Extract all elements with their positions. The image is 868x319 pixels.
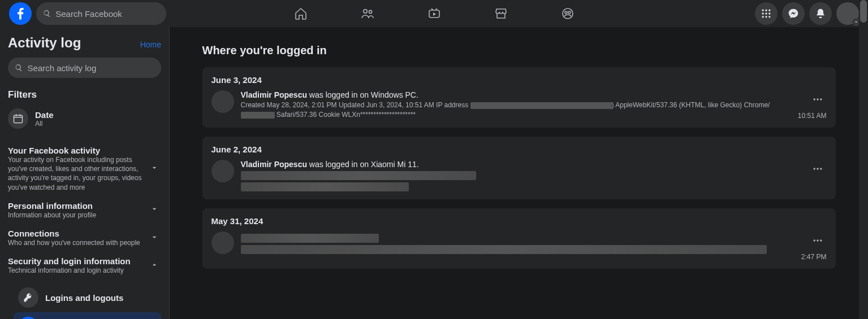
svg-point-4	[565, 11, 567, 14]
friends-icon	[361, 7, 374, 20]
svg-point-1	[369, 10, 372, 13]
filter-connections[interactable]: Connections Who and how you've connected…	[8, 224, 161, 252]
chevron-up-icon	[150, 260, 159, 272]
page-title: Where you're logged in	[202, 44, 836, 57]
login-session-card: June 3, 2024 Vladimir Popescu was logged…	[202, 67, 836, 128]
facebook-f-icon	[12, 6, 28, 21]
calendar-icon	[8, 108, 28, 129]
key-icon	[18, 287, 38, 308]
activity-log-search[interactable]	[8, 58, 161, 78]
svg-point-11	[768, 12, 770, 14]
session-details: Created May 28, 2024, 2:01 PM Updated Ju…	[241, 100, 791, 120]
sidebar-title: Activity log	[8, 35, 81, 51]
menu-grid-button[interactable]	[755, 2, 778, 25]
svg-rect-15	[14, 115, 23, 123]
svg-point-22	[817, 168, 818, 169]
svg-point-0	[363, 10, 366, 13]
chevron-down-icon	[150, 163, 159, 174]
sidebar-item-where-logged-in[interactable]: Where you're logged in	[14, 312, 161, 319]
global-search-input[interactable]	[55, 9, 159, 19]
svg-point-6	[762, 10, 764, 11]
login-session-card: June 2, 2024 Vladimir Popescu was logged…	[202, 137, 836, 199]
filter-your-activity[interactable]: Your Facebook activity Your activity on …	[8, 141, 161, 196]
home-icon	[294, 7, 308, 20]
svg-point-10	[765, 12, 767, 14]
login-session-card: May 31, 2024 2:47 PM	[202, 208, 836, 269]
session-description: Vladimir Popescu was logged in on Xiaomi…	[241, 160, 802, 169]
filter-security-login[interactable]: Security and login information Technical…	[8, 252, 161, 279]
svg-point-26	[820, 239, 822, 241]
main-content: Where you're logged in June 3, 2024 Vlad…	[170, 27, 868, 319]
search-icon	[43, 9, 51, 18]
avatar	[211, 160, 234, 182]
tab-video[interactable]	[403, 0, 465, 27]
session-date: June 2, 2024	[211, 145, 827, 154]
svg-point-8	[768, 10, 770, 11]
messenger-icon	[788, 8, 799, 19]
session-date: May 31, 2024	[211, 216, 827, 226]
session-description: Vladimir Popescu was logged in on Window…	[241, 90, 791, 99]
avatar	[211, 231, 234, 254]
search-icon	[15, 63, 23, 72]
svg-point-5	[568, 11, 571, 14]
notifications-button[interactable]	[809, 2, 832, 25]
chevron-down-icon	[150, 204, 159, 216]
svg-point-19	[817, 98, 818, 100]
date-filter[interactable]: Date All	[8, 105, 161, 132]
svg-point-21	[813, 168, 815, 169]
more-icon	[812, 163, 823, 174]
activity-log-search-input[interactable]	[28, 63, 154, 73]
session-options-button[interactable]	[809, 90, 827, 108]
home-link[interactable]: Home	[140, 40, 161, 49]
svg-point-7	[765, 10, 767, 11]
avatar	[211, 90, 234, 113]
sidebar-item-logins-logouts[interactable]: Logins and logouts	[14, 283, 161, 312]
session-options-button[interactable]	[809, 160, 827, 178]
tab-groups[interactable]	[537, 0, 599, 27]
filters-heading: Filters	[8, 89, 161, 100]
tab-home[interactable]	[270, 0, 332, 27]
date-filter-value: All	[35, 120, 54, 128]
session-time: 10:51 AM	[798, 112, 827, 120]
svg-point-3	[563, 8, 573, 19]
bell-icon	[815, 8, 826, 19]
svg-point-12	[762, 16, 764, 18]
grid-icon	[761, 8, 772, 19]
more-icon	[812, 235, 823, 246]
svg-point-9	[762, 12, 764, 14]
svg-point-25	[817, 239, 818, 241]
svg-point-13	[765, 16, 767, 18]
svg-point-20	[820, 98, 822, 100]
facebook-logo[interactable]	[9, 2, 32, 25]
session-options-button[interactable]	[809, 231, 827, 250]
sidebar: Activity log Home Filters Date All Your …	[0, 27, 170, 319]
key-icon	[18, 317, 38, 319]
video-icon	[427, 7, 441, 20]
groups-icon	[561, 7, 575, 20]
svg-point-23	[820, 168, 822, 169]
account-menu[interactable]	[836, 2, 859, 25]
global-search[interactable]	[36, 2, 166, 25]
filter-personal-info[interactable]: Personal information Information about y…	[8, 196, 161, 224]
chevron-down-icon	[150, 233, 159, 244]
messenger-button[interactable]	[782, 2, 805, 25]
scrollbar[interactable]	[859, 0, 868, 319]
date-filter-label: Date	[35, 110, 54, 120]
session-date: June 3, 2024	[211, 75, 827, 85]
marketplace-icon	[494, 7, 508, 20]
tab-marketplace[interactable]	[470, 0, 532, 27]
svg-point-24	[813, 239, 815, 241]
session-time: 2:47 PM	[801, 253, 827, 261]
svg-point-14	[768, 16, 770, 18]
more-icon	[812, 94, 823, 105]
tab-friends[interactable]	[336, 0, 399, 27]
svg-point-18	[813, 98, 815, 100]
